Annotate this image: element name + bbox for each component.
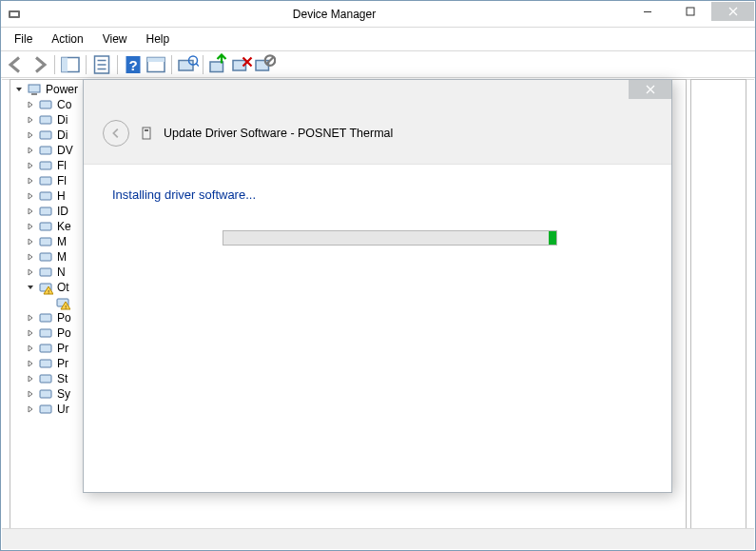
menu-help[interactable]: Help — [139, 30, 178, 49]
caret-right-icon — [26, 389, 35, 399]
minimize-button[interactable] — [626, 2, 669, 21]
menu-file[interactable]: File — [7, 30, 40, 49]
device-category-icon — [38, 386, 53, 402]
caret-right-icon — [26, 328, 35, 338]
svg-line-16 — [196, 63, 199, 66]
maximize-button[interactable] — [669, 2, 711, 21]
svg-rect-28 — [40, 162, 51, 169]
caret-right-icon — [26, 100, 35, 109]
tree-item-label: M — [57, 250, 67, 264]
tb-sep — [117, 55, 118, 74]
tb-back[interactable] — [5, 53, 28, 76]
tb-action-props[interactable] — [145, 53, 167, 76]
tree-item-label: ID — [57, 205, 68, 218]
menu-view[interactable]: View — [95, 30, 135, 49]
app-icon — [7, 7, 22, 22]
svg-rect-27 — [40, 147, 51, 154]
device-category-icon — [38, 402, 53, 417]
computer-icon — [27, 82, 42, 97]
device-category-icon — [38, 97, 53, 112]
tb-update-driver[interactable] — [207, 53, 230, 76]
tb-sep — [54, 55, 55, 74]
close-button[interactable] — [711, 2, 754, 21]
caret-right-icon — [26, 359, 35, 368]
menubar: File Action View Help — [1, 28, 755, 51]
device-category-icon — [38, 356, 53, 371]
device-category-icon — [38, 219, 53, 234]
svg-rect-26 — [40, 131, 51, 139]
menu-action[interactable]: Action — [44, 30, 90, 49]
caret-down-icon — [14, 85, 24, 94]
caret-right-icon — [26, 252, 35, 262]
svg-rect-23 — [31, 93, 37, 95]
caret-down-icon — [26, 283, 35, 292]
tree-item-label: Sy — [57, 387, 70, 401]
svg-rect-43 — [40, 360, 51, 367]
caret-right-icon — [26, 115, 35, 125]
tree-root-label: Power — [46, 83, 78, 96]
details-pane — [690, 79, 746, 547]
caret-right-icon — [26, 237, 35, 246]
tree-item-label: M — [57, 235, 67, 248]
tb-show-hide-tree[interactable] — [59, 53, 82, 76]
svg-rect-32 — [40, 223, 51, 230]
device-category-icon — [38, 128, 53, 143]
tree-item-label: Fl — [57, 174, 67, 187]
device-category-icon — [38, 173, 53, 188]
dialog-title: Update Driver Software - POSNET Thermal — [164, 127, 393, 140]
svg-rect-25 — [40, 116, 51, 124]
tree-item-label: Pr — [57, 357, 68, 370]
tree-item-label: Ur — [57, 403, 69, 416]
tree-item-label: Pr — [57, 342, 68, 355]
tb-uninstall[interactable] — [230, 53, 253, 76]
svg-rect-30 — [40, 192, 51, 200]
dialog-close-button[interactable] — [629, 80, 671, 99]
caret-right-icon — [26, 313, 35, 323]
svg-rect-41 — [40, 329, 51, 337]
svg-rect-33 — [40, 238, 51, 246]
dialog-status-text: Installing driver software... — [112, 187, 643, 202]
tb-properties[interactable] — [90, 53, 113, 76]
device-category-icon — [38, 341, 53, 356]
caret-right-icon — [26, 374, 35, 384]
tb-forward[interactable] — [28, 53, 50, 76]
tb-sep — [171, 55, 172, 74]
svg-rect-13 — [147, 57, 165, 62]
svg-rect-42 — [40, 344, 51, 352]
update-driver-dialog: Update Driver Software - POSNET Thermal … — [83, 79, 672, 493]
tb-disable[interactable] — [253, 53, 276, 76]
svg-rect-46 — [40, 405, 51, 413]
caret-right-icon — [26, 344, 35, 353]
caret-right-icon — [26, 161, 35, 170]
progress-bar — [223, 230, 557, 246]
caret-right-icon — [26, 267, 35, 277]
window-title: Device Manager — [28, 8, 641, 21]
svg-rect-44 — [40, 375, 51, 383]
svg-rect-24 — [40, 101, 51, 108]
tree-item-label: Ot — [57, 281, 69, 294]
progress-cursor — [549, 231, 556, 245]
svg-text:?: ? — [128, 57, 137, 73]
window-controls — [626, 2, 754, 21]
svg-rect-45 — [40, 390, 51, 398]
device-category-icon — [38, 325, 53, 341]
dialog-titlebar — [84, 80, 671, 107]
svg-rect-34 — [40, 253, 51, 261]
tree-item-label: Po — [57, 326, 71, 340]
dialog-back-button[interactable] — [103, 120, 129, 147]
caret-right-icon — [26, 404, 35, 414]
svg-rect-17 — [210, 62, 223, 72]
device-category-icon — [38, 188, 53, 204]
caret-none — [43, 298, 52, 307]
unknown-device-icon: ! — [55, 295, 70, 310]
tree-item-label: Po — [57, 311, 71, 325]
tree-item-label: N — [57, 266, 66, 279]
device-category-icon — [38, 249, 53, 265]
tb-scan[interactable] — [176, 53, 199, 76]
caret-right-icon — [26, 191, 35, 201]
svg-rect-14 — [179, 60, 193, 70]
svg-rect-5 — [62, 57, 68, 71]
svg-rect-1 — [10, 12, 18, 16]
tb-help[interactable]: ? — [122, 53, 145, 76]
device-icon — [139, 126, 154, 141]
